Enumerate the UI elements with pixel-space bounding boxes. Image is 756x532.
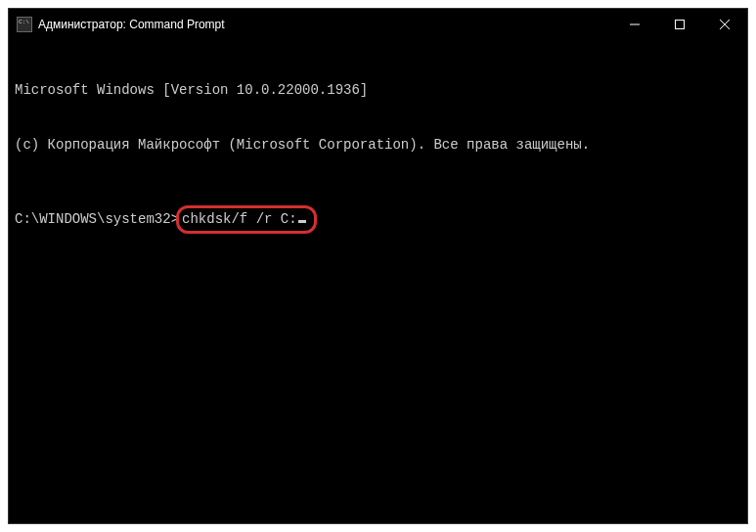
svg-rect-1 <box>676 21 685 29</box>
close-button[interactable] <box>702 9 747 40</box>
command-prompt-window: Администратор: Command Prompt Micro <box>8 8 748 524</box>
titlebar[interactable]: Администратор: Command Prompt <box>9 9 747 40</box>
version-line: Microsoft Windows [Version 10.0.22000.19… <box>15 81 741 100</box>
titlebar-left: Администратор: Command Prompt <box>17 17 225 32</box>
maximize-icon <box>675 20 685 29</box>
cmd-icon <box>17 17 32 32</box>
prompt-path: C:\WINDOWS\system32> <box>15 210 179 229</box>
prompt-line: C:\WINDOWS\system32>chkdsk/f /r C: <box>15 205 741 234</box>
copyright-line: (c) Корпорация Майкрософт (Microsoft Cor… <box>15 136 741 155</box>
minimize-button[interactable] <box>612 9 657 40</box>
close-icon <box>720 20 730 29</box>
minimize-icon <box>630 20 640 29</box>
window-controls <box>612 9 747 40</box>
window-title: Администратор: Command Prompt <box>38 18 225 31</box>
maximize-button[interactable] <box>657 9 702 40</box>
terminal-output[interactable]: Microsoft Windows [Version 10.0.22000.19… <box>9 40 747 523</box>
command-highlight: chkdsk/f /r C: <box>176 205 317 234</box>
command-text: chkdsk/f /r C: <box>182 210 297 229</box>
cursor <box>298 220 306 223</box>
